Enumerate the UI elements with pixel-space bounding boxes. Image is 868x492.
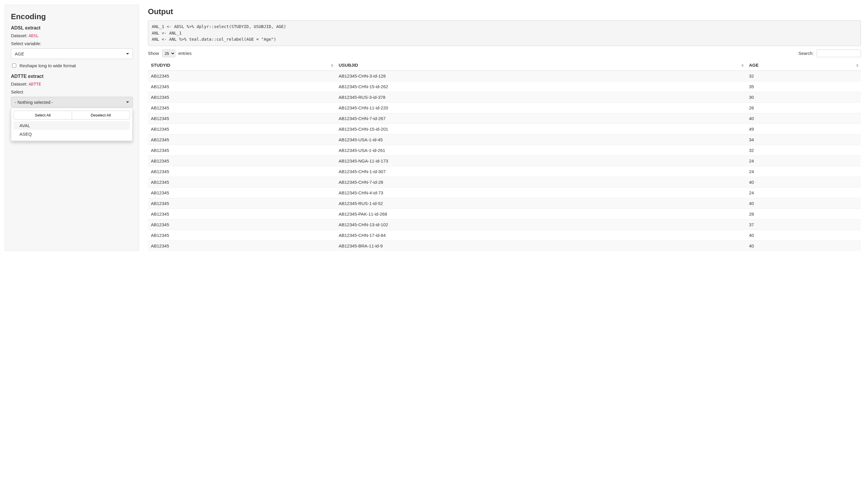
table-row: AB12345AB12345-CHN-17-id-8440	[148, 230, 861, 241]
table-row: AB12345AB12345-NGA-11-id-17324	[148, 156, 861, 166]
table-cell: AB12345	[148, 177, 336, 188]
table-cell: AB12345-CHN-13-id-102	[336, 219, 746, 230]
table-cell: AB12345	[148, 124, 336, 134]
table-cell: AB12345	[148, 113, 336, 124]
adtte-dataset-name: ADTTE	[29, 82, 41, 87]
table-cell: AB12345	[148, 188, 336, 198]
table-cell: AB12345	[148, 156, 336, 166]
table-cell: AB12345-CHN-17-id-84	[336, 230, 746, 241]
adsl-variable-select[interactable]: AGE	[11, 48, 133, 59]
length-show-label: Show	[148, 51, 159, 56]
adsl-dataset-name: ADSL	[29, 33, 39, 38]
table-row: AB12345AB12345-USA-1-id-26132	[148, 145, 861, 156]
table-length-select[interactable]: 25	[162, 50, 175, 57]
table-cell: 24	[746, 166, 861, 177]
table-cell: 40	[746, 177, 861, 188]
code-output: ANL_1 <- ADSL %>% dplyr::select(STUDYID,…	[148, 20, 861, 46]
table-cell: 34	[746, 134, 861, 145]
table-cell: AB12345-CHN-15-id-201	[336, 124, 746, 134]
table-cell: AB12345	[148, 198, 336, 209]
adsl-dataset-label: Dataset:	[11, 33, 27, 38]
adsl-reshape-checkbox[interactable]: Reshape long to wide format	[11, 63, 133, 69]
table-cell: AB12345-CHN-15-id-262	[336, 81, 746, 92]
table-row: AB12345AB12345-CHN-15-id-26235	[148, 81, 861, 92]
table-cell: AB12345	[148, 241, 336, 251]
table-cell: 32	[746, 71, 861, 81]
adsl-dataset-line: Dataset: ADSL	[11, 33, 133, 38]
adtte-dataset-label: Dataset:	[11, 81, 27, 87]
table-cell: 28	[746, 209, 861, 219]
table-cell: AB12345	[148, 209, 336, 219]
table-cell: AB12345-CHN-7-id-28	[336, 177, 746, 188]
table-cell: 26	[746, 103, 861, 113]
table-cell: AB12345-PAK-11-id-268	[336, 209, 746, 219]
sort-icon	[331, 64, 333, 67]
table-cell: AB12345-RUS-1-id-52	[336, 198, 746, 209]
table-row: AB12345AB12345-CHN-1-id-30724	[148, 166, 861, 177]
table-cell: AB12345-CHN-3-id-128	[336, 71, 746, 81]
table-row: AB12345AB12345-RUS-1-id-5240	[148, 198, 861, 209]
table-cell: AB12345-CHN-4-id-73	[336, 188, 746, 198]
table-cell: AB12345	[148, 71, 336, 81]
table-row: AB12345AB12345-BRA-11-id-940	[148, 241, 861, 251]
table-row: AB12345AB12345-RUS-3-id-37830	[148, 92, 861, 103]
chevron-down-icon	[126, 53, 129, 54]
table-row: AB12345AB12345-CHN-11-id-22026	[148, 103, 861, 113]
adtte-select-label: Select	[11, 89, 133, 94]
table-cell: AB12345	[148, 219, 336, 230]
adtte-section-title: ADTTE extract	[11, 74, 133, 79]
table-row: AB12345AB12345-CHN-15-id-20149	[148, 124, 861, 134]
table-column-label: STUDYID	[151, 63, 170, 68]
search-input[interactable]	[817, 50, 861, 57]
table-cell: AB12345	[148, 103, 336, 113]
adsl-select-label: Select variable:	[11, 41, 133, 46]
table-cell: AB12345	[148, 92, 336, 103]
table-cell: AB12345-CHN-11-id-220	[336, 103, 746, 113]
adsl-section-title: ADSL extract	[11, 25, 133, 31]
output-title: Output	[148, 7, 861, 16]
deselect-all-button[interactable]: Deselect All	[72, 110, 130, 120]
encoding-panel: Encoding ADSL extract Dataset: ADSL Sele…	[5, 5, 139, 251]
adtte-dropdown-option[interactable]: AVAL	[14, 121, 130, 130]
table-cell: 40	[746, 113, 861, 124]
table-cell: 24	[746, 156, 861, 166]
table-column-header[interactable]: USUBJID	[336, 60, 746, 71]
table-cell: AB12345-BRA-11-id-9	[336, 241, 746, 251]
table-cell: AB12345	[148, 134, 336, 145]
encoding-title: Encoding	[11, 12, 133, 21]
table-cell: 49	[746, 124, 861, 134]
table-length-control: Show 25 entries	[148, 50, 192, 57]
adtte-dropdown-menu: Select All Deselect All AVALASEQ	[11, 108, 133, 141]
output-table: STUDYIDUSUBJIDAGE AB12345AB12345-CHN-3-i…	[148, 60, 861, 251]
table-cell: AB12345-CHN-7-id-267	[336, 113, 746, 124]
table-cell: AB12345-RUS-3-id-378	[336, 92, 746, 103]
table-cell: AB12345-USA-1-id-45	[336, 134, 746, 145]
table-row: AB12345AB12345-USA-1-id-4534	[148, 134, 861, 145]
table-cell: AB12345-CHN-1-id-307	[336, 166, 746, 177]
adtte-variable-select[interactable]: - Nothing selected -	[11, 97, 133, 107]
table-cell: 40	[746, 230, 861, 241]
chevron-down-icon	[126, 101, 129, 103]
table-column-header[interactable]: AGE	[746, 60, 861, 71]
table-cell: AB12345	[148, 145, 336, 156]
output-panel: Output ANL_1 <- ADSL %>% dplyr::select(S…	[139, 0, 868, 251]
adsl-reshape-label: Reshape long to wide format	[20, 63, 76, 68]
sort-icon	[741, 64, 744, 67]
table-column-label: AGE	[749, 63, 759, 68]
table-cell: AB12345	[148, 230, 336, 241]
table-column-header[interactable]: STUDYID	[148, 60, 336, 71]
adsl-variable-select-value: AGE	[15, 51, 24, 56]
table-row: AB12345AB12345-PAK-11-id-26828	[148, 209, 861, 219]
table-cell: 40	[746, 198, 861, 209]
table-search-control: Search:	[798, 50, 861, 57]
table-cell: 32	[746, 145, 861, 156]
table-cell: AB12345	[148, 166, 336, 177]
table-row: AB12345AB12345-CHN-13-id-10237	[148, 219, 861, 230]
table-row: AB12345AB12345-CHN-7-id-26740	[148, 113, 861, 124]
table-cell: AB12345-USA-1-id-261	[336, 145, 746, 156]
table-cell: 24	[746, 188, 861, 198]
adsl-reshape-checkbox-input[interactable]	[12, 64, 16, 68]
table-cell: AB12345	[148, 81, 336, 92]
select-all-button[interactable]: Select All	[14, 110, 72, 120]
adtte-dropdown-option[interactable]: ASEQ	[14, 130, 130, 138]
